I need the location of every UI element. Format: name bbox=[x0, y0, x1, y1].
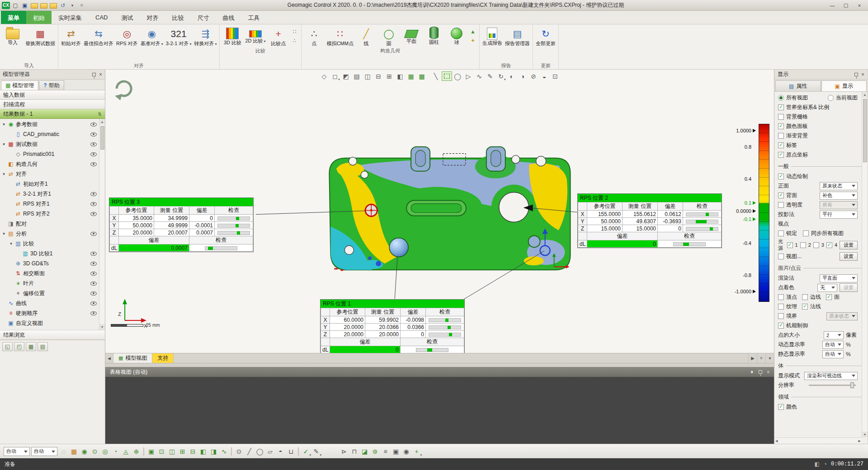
hide-dialog-icon[interactable]: ⊓ bbox=[349, 446, 359, 456]
pin-icon[interactable] bbox=[854, 73, 858, 76]
multi-view-icon[interactable]: ▦ bbox=[406, 71, 416, 81]
close-view-icon[interactable]: × bbox=[757, 353, 765, 363]
initial-align-button[interactable]: ⇄ 初始对齐 bbox=[60, 25, 82, 47]
maximize-button[interactable]: ▢ bbox=[839, 1, 853, 10]
brush-select-icon[interactable]: ✎ bbox=[485, 71, 495, 81]
tree-item[interactable]: ⇅ 相交断面 bbox=[0, 268, 105, 278]
tab-support[interactable]: 支持 bbox=[152, 353, 174, 363]
tree-item[interactable]: ⇄ RPS 对齐2 × bbox=[0, 209, 105, 219]
tree-item[interactable]: ◇ Prismatic001 bbox=[0, 149, 105, 159]
compare-point-button[interactable]: + 比较点 bbox=[267, 25, 290, 47]
close-icon[interactable]: × bbox=[767, 370, 769, 375]
undo-icon[interactable]: ↺ bbox=[59, 1, 67, 9]
rotate-view-icon[interactable]: ↻ bbox=[496, 71, 506, 81]
snap-circle-icon[interactable]: ◯ bbox=[255, 446, 264, 456]
pin-icon[interactable] bbox=[92, 73, 96, 76]
select-custom-icon[interactable]: ⊕ bbox=[132, 446, 141, 456]
simulate-cmm-points-button[interactable]: ∷ 模拟CMM点 bbox=[326, 25, 355, 47]
swap-views-icon[interactable]: ◧ bbox=[395, 71, 406, 81]
expander-icon[interactable]: ▾ bbox=[2, 172, 6, 176]
close-icon[interactable]: × bbox=[861, 72, 864, 77]
scroll-tabs-left-icon[interactable]: ◀ bbox=[105, 353, 113, 363]
visibility-eye-icon[interactable] bbox=[90, 152, 97, 156]
visibility-eye-icon[interactable] bbox=[90, 122, 97, 127]
back-face-checkbox[interactable] bbox=[778, 193, 784, 198]
ribbon-tab[interactable]: 工具 bbox=[241, 11, 266, 24]
tree-item[interactable]: ◨ 配对 bbox=[0, 219, 105, 229]
split-vertical-icon[interactable]: ◫ bbox=[363, 71, 373, 81]
color-panel-checkbox[interactable] bbox=[778, 123, 784, 129]
expander-icon[interactable]: ▾ bbox=[2, 142, 6, 146]
visibility-eye-icon[interactable] bbox=[90, 142, 97, 146]
layout-list-icon[interactable]: ▤ bbox=[38, 342, 48, 351]
gap-1[interactable] bbox=[322, 446, 338, 456]
compare-point-pairs-icon[interactable]: ∷ bbox=[291, 28, 299, 35]
perspective-view-icon[interactable]: ◩ bbox=[341, 71, 351, 81]
capture-view-icon[interactable]: ◇ bbox=[319, 71, 330, 81]
front-face-dropdown[interactable]: 原来状态 bbox=[820, 182, 858, 190]
report-manager-button[interactable]: ▤ 报告管理器 bbox=[504, 25, 531, 47]
export-folder-icon[interactable] bbox=[50, 3, 57, 9]
select-visible-icon[interactable]: ◐ bbox=[507, 71, 517, 81]
tree-item[interactable]: ⊕ 3D GD&Ts bbox=[0, 258, 105, 268]
circle-select-icon[interactable]: ◯ bbox=[453, 71, 463, 81]
mode-silhouette-icon[interactable]: ◧ bbox=[198, 446, 208, 456]
invert-selection-icon[interactable]: ◒ bbox=[539, 71, 550, 81]
slider-thumb[interactable] bbox=[850, 382, 854, 388]
dynamic-draw-checkbox[interactable] bbox=[778, 174, 784, 179]
snap-line-icon[interactable]: ╱ bbox=[245, 446, 254, 456]
tree-scrollbar[interactable]: ▲ ▼ bbox=[99, 119, 105, 330]
transparency-checkbox[interactable] bbox=[778, 202, 784, 208]
ribbon-tab[interactable]: 比较 bbox=[165, 11, 190, 24]
origin-checkbox[interactable] bbox=[778, 152, 784, 158]
split-horizontal-icon[interactable]: ⊟ bbox=[373, 71, 384, 81]
current-view-radio[interactable] bbox=[828, 95, 834, 101]
3d-viewport[interactable]: Z X ◇ ◻ ◩ ▤ ◫ ⊟ ⊞ bbox=[105, 70, 774, 353]
scan-process-section[interactable]: 扫描流程 bbox=[0, 100, 105, 109]
list-view-icon[interactable]: ≡ bbox=[381, 446, 390, 456]
selection-filter-icon[interactable]: ▦ bbox=[69, 446, 79, 456]
ribbon-tab[interactable]: 曲线 bbox=[216, 11, 241, 24]
visibility-eye-icon[interactable] bbox=[90, 212, 97, 216]
scroll-left-icon[interactable]: ◀ bbox=[775, 439, 778, 443]
scroll-thumb[interactable] bbox=[100, 126, 104, 150]
generate-report-button[interactable]: 生成报告 bbox=[481, 25, 504, 46]
result-data-section[interactable]: 结果数据 - 1 bbox=[0, 109, 105, 119]
new-view-window-icon[interactable]: ▤ bbox=[352, 71, 362, 81]
resolution-slider[interactable] bbox=[809, 385, 856, 386]
snap-sphere-icon[interactable]: ◓ bbox=[276, 446, 285, 456]
tree-item[interactable]: ▾ ⇄ 对齐 bbox=[0, 169, 105, 179]
mode-region-icon[interactable]: ⊞ bbox=[178, 446, 187, 456]
visibility-eye-icon[interactable] bbox=[90, 301, 97, 306]
tab-display[interactable]: ▣ 显示 bbox=[821, 80, 867, 91]
cone-tool-icon[interactable]: ✦ bbox=[469, 37, 477, 44]
screen-view-icon[interactable]: ▣ bbox=[391, 446, 401, 456]
section-view-icon[interactable]: ◪ bbox=[360, 446, 369, 456]
minimize-button[interactable]: — bbox=[826, 1, 839, 10]
scroll-thumb[interactable] bbox=[863, 99, 867, 162]
import-button[interactable]: 导入 bbox=[1, 25, 24, 46]
datum-align-button[interactable]: ◉ 基准对齐 bbox=[139, 25, 165, 47]
visibility-eye-icon[interactable] bbox=[90, 132, 97, 136]
select-points-icon[interactable]: ⊙ bbox=[90, 446, 99, 456]
mode-section-icon[interactable]: ⊟ bbox=[188, 446, 198, 456]
table-view-header[interactable]: 表格视图 (自动) ▼ × bbox=[105, 367, 774, 377]
flag-note-icon[interactable]: ⊳ bbox=[339, 446, 349, 456]
tab-model-manager[interactable]: ▦ 模型管理 bbox=[1, 80, 38, 90]
background-grid-checkbox[interactable] bbox=[778, 114, 784, 120]
visibility-eye-icon[interactable] bbox=[90, 252, 97, 256]
views-checkbox[interactable] bbox=[778, 254, 784, 259]
filter-dropdown-1[interactable]: 自动 bbox=[4, 447, 30, 456]
transform-align-button[interactable]: ⇶ 转换对齐 bbox=[193, 25, 218, 47]
visibility-eye-icon[interactable] bbox=[90, 291, 97, 296]
confirm-icon[interactable]: ✓ bbox=[301, 446, 311, 456]
tab-properties[interactable]: ▤ 属性 bbox=[775, 80, 821, 91]
tree-item[interactable]: ≡ 硬测顺序 bbox=[0, 308, 105, 318]
scroll-tabs-right-icon[interactable]: ▶ bbox=[748, 353, 757, 363]
visibility-eye-icon[interactable] bbox=[90, 272, 97, 276]
vertex-checkbox[interactable] bbox=[778, 294, 784, 300]
update-all-button[interactable]: ↻ 全部更新 bbox=[534, 25, 557, 47]
light4-checkbox[interactable] bbox=[826, 242, 832, 248]
layout-single-icon[interactable]: ◱ bbox=[2, 342, 13, 351]
world-axes-checkbox[interactable] bbox=[778, 104, 784, 110]
